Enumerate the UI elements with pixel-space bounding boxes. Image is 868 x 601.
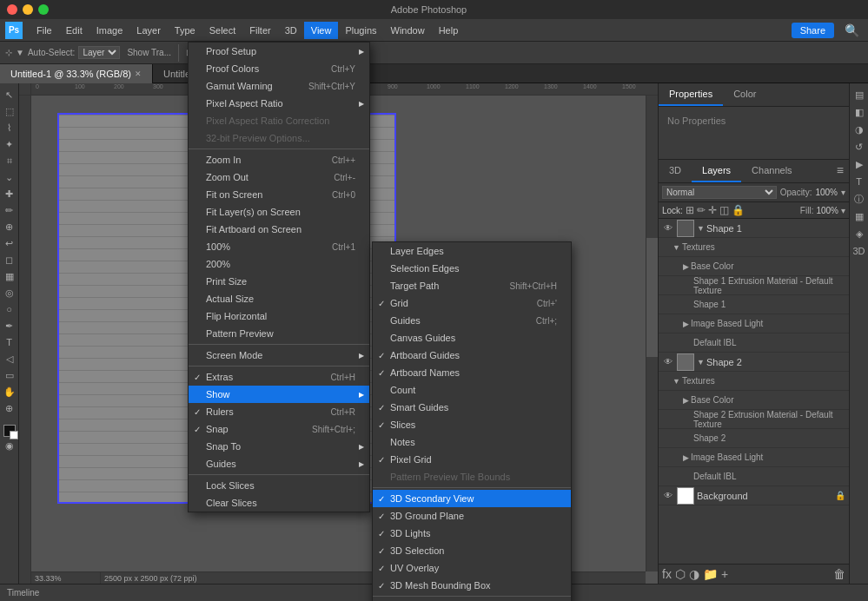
layer-shape1[interactable]: 👁 ▼ Shape 1 xyxy=(659,219,849,238)
adjustments-icon[interactable]: ◑ xyxy=(851,122,867,137)
submenu-3d-lights[interactable]: 3D Lights xyxy=(373,525,571,542)
menu-flip-h[interactable]: Flip Horizontal xyxy=(189,307,369,325)
layer-ibl1[interactable]: ▶ Image Based Light xyxy=(659,314,849,334)
text-tool[interactable]: T xyxy=(2,334,17,350)
menu-lock-slices[interactable]: Lock Slices xyxy=(189,477,369,494)
menu-100[interactable]: 100%Ctrl+1 xyxy=(189,238,369,255)
tab-close-1[interactable]: ✕ xyxy=(135,69,142,78)
submenu-smart-guides[interactable]: Smart Guides xyxy=(373,399,571,416)
menu-filter[interactable]: Filter xyxy=(242,22,277,39)
panel-menu-icon[interactable]: ≡ xyxy=(832,160,849,182)
clone-tool[interactable]: ⊕ xyxy=(2,219,17,234)
expand-shape1[interactable]: ▼ xyxy=(697,224,705,233)
close-button[interactable] xyxy=(7,4,17,15)
menu-gamut-warning[interactable]: Gamut WarningShift+Ctrl+Y xyxy=(189,77,369,95)
crop-tool[interactable]: ⌗ xyxy=(2,153,17,168)
menu-snap[interactable]: SnapShift+Ctrl+; xyxy=(189,420,369,438)
layer-shape2-extrusion[interactable]: Shape 2 Extrusion Material - Default Tex… xyxy=(659,410,849,429)
new-layer-button[interactable]: + xyxy=(721,567,728,581)
share-button[interactable]: Share xyxy=(792,23,834,38)
submenu-selection-edges[interactable]: Selection Edges xyxy=(373,260,571,277)
lock-position-icon[interactable]: ✛ xyxy=(708,204,717,216)
menu-fit-artboard[interactable]: Fit Artboard on Screen xyxy=(189,221,369,238)
fill-arrow[interactable]: ▾ xyxy=(841,206,845,215)
add-mask-button[interactable]: ⬡ xyxy=(675,567,686,581)
swatches-icon[interactable]: ▦ xyxy=(851,208,867,224)
submenu-3d-mesh-bounding[interactable]: 3D Mesh Bounding Box xyxy=(373,577,571,594)
menu-view[interactable]: View xyxy=(304,22,339,39)
brush-tool[interactable]: ✏ xyxy=(2,202,17,218)
layer-shape2[interactable]: 👁 ▼ Shape 2 xyxy=(659,353,849,372)
menu-screen-mode[interactable]: Screen Mode xyxy=(189,347,369,364)
menu-extras[interactable]: ExtrasCtrl+H xyxy=(189,368,369,386)
lock-image-icon[interactable]: ✏ xyxy=(697,204,706,216)
eyedropper-tool[interactable]: ⌄ xyxy=(2,169,17,185)
layer-background[interactable]: 👁 Background 🔒 xyxy=(659,486,849,505)
submenu-count[interactable]: Count xyxy=(373,381,571,399)
layer-textures2[interactable]: ▼ Textures xyxy=(659,372,849,391)
tab-layers[interactable]: Layers xyxy=(692,160,741,182)
menu-200[interactable]: 200% xyxy=(189,255,369,273)
gradient-tool[interactable]: ▦ xyxy=(2,268,17,284)
maximize-button[interactable] xyxy=(38,4,49,15)
menu-image[interactable]: Image xyxy=(89,22,130,39)
blur-tool[interactable]: ◎ xyxy=(2,285,17,300)
opacity-arrow[interactable]: ▾ xyxy=(841,188,845,197)
submenu-pixel-grid[interactable]: Pixel Grid xyxy=(373,451,571,468)
eraser-tool[interactable]: ◻ xyxy=(2,252,17,267)
styles-icon[interactable]: ◈ xyxy=(851,226,867,241)
submenu-uv-overlay[interactable]: UV Overlay xyxy=(373,559,571,577)
auto-select-dropdown[interactable]: Layer xyxy=(78,46,120,59)
menu-show[interactable]: Show xyxy=(189,386,369,403)
expand-textures1[interactable]: ▼ xyxy=(673,243,680,252)
menu-zoom-in[interactable]: Zoom InCtrl++ xyxy=(189,151,369,168)
vis-shape2[interactable]: 👁 xyxy=(662,356,674,368)
submenu-grid[interactable]: GridCtrl+' xyxy=(373,294,571,312)
type-icon[interactable]: T xyxy=(851,174,867,189)
expand-basecolor1[interactable]: ▶ xyxy=(683,262,689,271)
vertical-scrollbar[interactable] xyxy=(646,96,658,571)
tab-properties[interactable]: Properties xyxy=(659,83,723,106)
layer-ibl2-default[interactable]: Default IBL xyxy=(659,467,849,486)
menu-clear-slices[interactable]: Clear Slices xyxy=(189,494,369,512)
tab-channels[interactable]: Channels xyxy=(741,160,802,182)
delete-layer-button[interactable]: 🗑 xyxy=(833,567,845,581)
pen-tool[interactable]: ✒ xyxy=(2,318,17,334)
fg-color-swatch[interactable] xyxy=(3,425,16,437)
menu-proof-setup[interactable]: Proof Setup xyxy=(189,43,369,60)
fx-button[interactable]: fx xyxy=(662,567,672,581)
add-adjustment-button[interactable]: ◑ xyxy=(689,567,699,581)
menu-print-size[interactable]: Print Size xyxy=(189,273,369,290)
lock-transparent-icon[interactable]: ⊞ xyxy=(686,204,694,216)
actions-icon[interactable]: ▶ xyxy=(851,156,867,172)
layer-basecolor2[interactable]: ▶ Base Color xyxy=(659,391,849,410)
zoom-tool[interactable]: ⊕ xyxy=(2,400,17,416)
hand-tool[interactable]: ✋ xyxy=(2,384,17,400)
lock-artboard-icon[interactable]: ◫ xyxy=(719,204,729,216)
submenu-3d-selection[interactable]: 3D Selection xyxy=(373,542,571,559)
menu-rulers[interactable]: RulersCtrl+R xyxy=(189,403,369,420)
layer-shape1-extrusion[interactable]: Shape 1 Extrusion Material - Default Tex… xyxy=(659,276,849,295)
quick-mask-mode[interactable]: ◉ xyxy=(2,438,17,453)
menu-actual-size[interactable]: Actual Size xyxy=(189,290,369,307)
move-tool[interactable]: ↖ xyxy=(2,87,17,102)
dodge-tool[interactable]: ○ xyxy=(2,301,17,317)
layer-shape2-ref[interactable]: Shape 2 xyxy=(659,429,849,448)
menu-pattern-preview[interactable]: Pattern Preview xyxy=(189,325,369,342)
submenu-artboard-names[interactable]: Artboard Names xyxy=(373,364,571,381)
layer-ibl1-default[interactable]: Default IBL xyxy=(659,334,849,353)
submenu-3d-ground-plane[interactable]: 3D Ground Plane xyxy=(373,507,571,525)
select-tool[interactable]: ⬚ xyxy=(2,103,17,119)
menu-fit-layers[interactable]: Fit Layer(s) on Screen xyxy=(189,203,369,221)
submenu-slices[interactable]: Slices xyxy=(373,416,571,433)
menu-layer[interactable]: Layer xyxy=(129,22,168,39)
lock-all-icon[interactable]: 🔒 xyxy=(732,204,745,216)
properties-icon[interactable]: ◧ xyxy=(851,104,867,120)
info-icon[interactable]: ⓘ xyxy=(851,191,867,207)
menu-edit[interactable]: Edit xyxy=(59,22,89,39)
expand-ibl2[interactable]: ▶ xyxy=(683,453,689,462)
heal-tool[interactable]: ✚ xyxy=(2,186,17,201)
expand-basecolor2[interactable]: ▶ xyxy=(683,396,689,405)
vis-shape1[interactable]: 👁 xyxy=(662,222,674,234)
menu-window[interactable]: Window xyxy=(384,22,432,39)
